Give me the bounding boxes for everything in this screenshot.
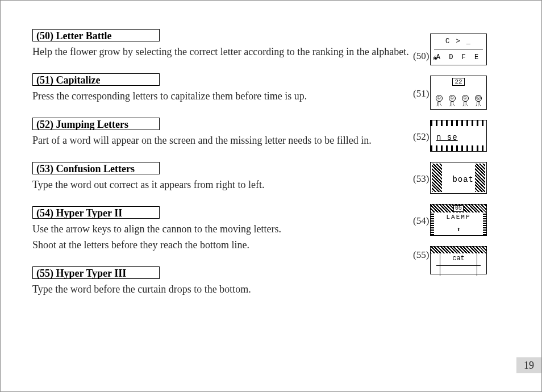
falling-letters: LAEMP — [431, 214, 486, 220]
thumb-55: cat — [430, 246, 487, 274]
bug-body-icon: 爪 — [476, 102, 481, 107]
bug-row: ①爪 ①爪 ①爪 ⓪爪 — [432, 87, 485, 107]
pattern-top: 05 — [431, 205, 486, 212]
timer-value: 22 — [452, 78, 464, 86]
pattern-border — [431, 120, 486, 126]
section-title: (53) Confusion Letters — [32, 162, 160, 174]
bug-icon: ①爪 — [449, 95, 456, 107]
thumb-label: (51) — [413, 88, 429, 99]
section-title: (52) Jumping Letters — [32, 118, 160, 130]
thumb-row-50: (50) C > _ ❀ A D F E — [430, 34, 510, 65]
thumb-row-52: (52) n_se — [430, 120, 510, 152]
bug-icon: ①爪 — [462, 95, 469, 107]
thumb-51: 22 ①爪 ①爪 ①爪 ⓪爪 — [430, 76, 487, 110]
section-title: (55) Hyper Typer III — [32, 266, 160, 279]
bug-icon: ⓪爪 — [475, 95, 482, 107]
thumbnail-column: (50) C > _ ❀ A D F E (51) 22 ①爪 ①爪 ①爪 ⓪爪 — [430, 34, 510, 285]
thumb-54: 05 LAEMP ⬆ — [430, 204, 487, 236]
cannon-icon: ⬆ — [431, 226, 486, 234]
thumb-50: C > _ ❀ A D F E — [430, 34, 487, 65]
section-title: (50) Letter Battle — [32, 29, 160, 41]
section-title: (51) Capitalize — [32, 73, 160, 86]
lcd-options: A D F E — [431, 53, 486, 61]
thumb-label: (54) — [413, 215, 429, 227]
lcd-word: cat — [431, 255, 486, 262]
thumb-row-51: (51) 22 ①爪 ①爪 ①爪 ⓪爪 — [430, 76, 510, 110]
manual-page: (50) Letter Battle Help the flower grow … — [0, 0, 542, 392]
pattern-top — [431, 247, 486, 253]
bug-body-icon: 爪 — [436, 102, 442, 107]
bug-body-icon: 爪 — [462, 102, 468, 107]
pattern-side — [475, 164, 485, 192]
score-box: 05 — [453, 205, 464, 212]
thumb-52: n_se — [430, 120, 487, 152]
thumb-row-53: (53) boat — [430, 162, 510, 194]
lcd-prompt: C > _ — [431, 37, 486, 45]
thumb-row-54: (54) 05 LAEMP ⬆ — [430, 204, 510, 236]
bug-icon: ①爪 — [436, 95, 443, 107]
thumb-53: boat — [430, 162, 487, 194]
lcd-word: n_se — [436, 133, 458, 142]
lcd-timer: 22 — [431, 78, 486, 86]
thumb-label: (52) — [413, 131, 429, 143]
bug-body-icon: 爪 — [449, 102, 455, 107]
lcd-word: boat — [452, 175, 474, 184]
thumb-label: (55) — [413, 249, 429, 261]
lcd-divider — [434, 49, 483, 49]
thumb-row-55: (55) cat — [430, 246, 510, 274]
page-number: 19 — [516, 357, 541, 373]
section-title: (54) Hyper Typer II — [32, 206, 160, 219]
stage-line — [436, 265, 481, 274]
thumb-label: (53) — [413, 173, 429, 185]
pattern-side — [432, 164, 442, 192]
thumb-label: (50) — [413, 51, 429, 62]
pattern-border — [431, 145, 486, 151]
